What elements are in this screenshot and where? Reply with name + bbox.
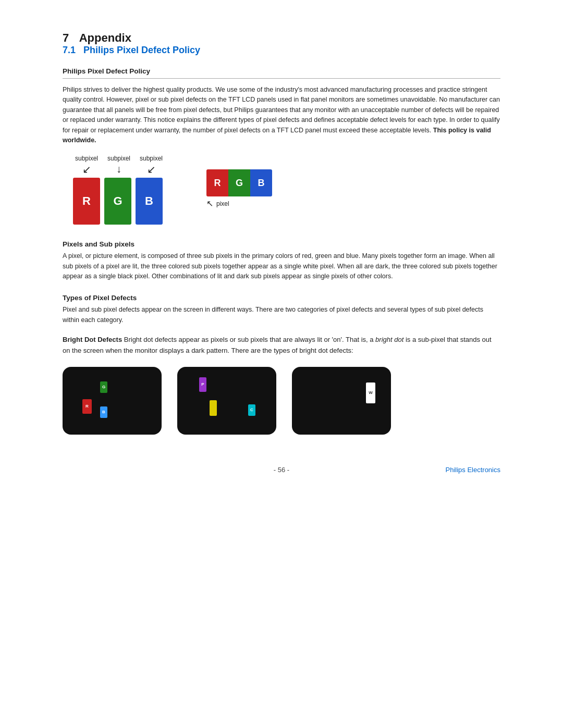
pixel-diagram: subpixel subpixel subpixel ↙ ↓ ↙ R G B R… <box>73 155 500 225</box>
dot-white: W <box>366 382 375 403</box>
section-heading: 7 Appendix <box>63 31 500 45</box>
combined-blue: B <box>250 169 272 196</box>
subpixel-labels: subpixel subpixel subpixel <box>73 155 165 162</box>
blue-subpixel: B <box>136 178 163 225</box>
defect-image-3: W <box>292 367 391 435</box>
defect-image-2: P C <box>177 367 276 435</box>
policy-title: Philips Pixel Defect Policy <box>63 67 500 75</box>
types-body: Pixel and sub pixel defects appear on th… <box>63 305 500 325</box>
rgb-blocks-separate: R G B <box>73 178 163 225</box>
types-heading: Types of Pixel Defects <box>63 294 500 302</box>
footer-brand: Philips Electronics <box>446 466 501 474</box>
page-footer: - 56 - Philips Electronics <box>63 466 500 474</box>
divider <box>63 78 500 79</box>
red-subpixel: R <box>73 178 100 225</box>
pixel-label-row: ↖ pixel <box>206 199 229 208</box>
combined-green: G <box>228 169 250 196</box>
pixel-combined-group: R G B ↖ pixel <box>206 169 272 208</box>
section-subheading: 7.1 Philips Pixel Defect Policy <box>63 45 500 56</box>
arrow-row: ↙ ↓ ↙ <box>73 163 165 176</box>
pixels-subpixels-heading: Pixels and Sub pixels <box>63 240 500 248</box>
dot-green: G <box>100 381 107 393</box>
defect-image-1: R G B <box>63 367 162 435</box>
policy-body: Philips strives to deliver the highest q… <box>63 85 500 145</box>
pixels-subpixels-body: A pixel, or picture element, is composed… <box>63 251 500 281</box>
subpixel-separate-group: subpixel subpixel subpixel ↙ ↓ ↙ R G B <box>73 155 165 225</box>
dot-red: R <box>82 399 92 414</box>
dot-blue: B <box>100 406 107 418</box>
rgb-combined-blocks: R G B <box>206 169 272 196</box>
green-subpixel: G <box>104 178 131 225</box>
dot-purple: P <box>199 377 206 392</box>
bright-dot-section: Bright Dot Defects Bright dot defects ap… <box>63 335 500 356</box>
dot-cyan: C <box>248 404 255 416</box>
combined-red: R <box>206 169 228 196</box>
defect-images-row: R G B P C W <box>63 367 500 435</box>
dot-yellow <box>210 400 217 416</box>
page-number: - 56 - <box>63 466 500 474</box>
